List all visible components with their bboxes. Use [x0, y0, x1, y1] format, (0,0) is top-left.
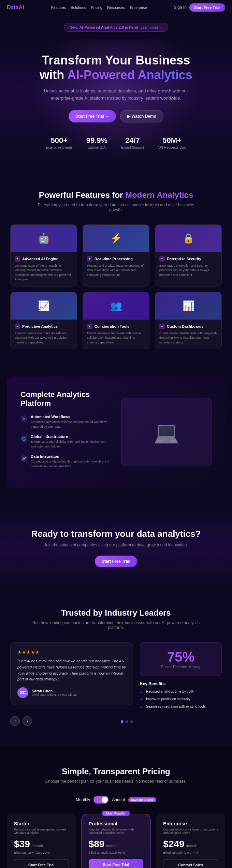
- feature-emoji-1: ⚡: [110, 233, 122, 244]
- feature-desc-3: Forecast trends and make data-driven dec…: [15, 331, 73, 345]
- platform-feature-icon-1: 🌐: [20, 435, 27, 442]
- feature-img-4: 👥: [83, 292, 149, 320]
- carousel-prev[interactable]: ‹: [10, 716, 20, 726]
- nav-link-enterprise[interactable]: Enterprise: [130, 5, 147, 10]
- testimonial-author: SC Sarah Chen Chief Data Officer, SayCo …: [17, 687, 126, 698]
- testimonial-stars: ★★★★★: [17, 649, 126, 655]
- pricing-grid: Starter Perfect for small teams getting …: [7, 814, 225, 868]
- feature-emoji-2: 🔒: [183, 233, 194, 244]
- feature-emoji-0: 🤖: [38, 233, 50, 244]
- platform-feature-title-2: Data Integration: [31, 454, 111, 458]
- plan-desc-professional: Ideal for growing businesses with advanc…: [89, 828, 144, 835]
- author-title: Chief Data Officer, SayCo Global: [32, 693, 76, 696]
- nav-logo[interactable]: DataAI: [7, 4, 24, 11]
- platform-feature-desc-0: Streamline operations with custom automa…: [31, 420, 111, 429]
- platform-feature-icon-0: ✦: [20, 415, 27, 422]
- feature-img-3: 📈: [11, 292, 77, 320]
- carousel-buttons: ‹ ›: [10, 716, 32, 726]
- nav-link-pricing[interactable]: Pricing: [91, 5, 102, 10]
- feature-card-5: 📊 ✦ Custom Dashboards Create tailored da…: [155, 292, 222, 350]
- feature-card-2: 🔒 ✦ Enterprise Security Bank-grade encry…: [155, 224, 222, 286]
- billing-toggle-row: Monthly Annual Save up to 30%: [7, 796, 225, 804]
- feature-label-5: ✦ Custom Dashboards: [159, 324, 217, 329]
- dot-3: [130, 720, 133, 723]
- hero-secondary-button[interactable]: ▶ Watch Demo: [120, 110, 163, 122]
- stat-api: 50M+ API Requests Only: [158, 136, 186, 149]
- banner-link[interactable]: Learn more →: [141, 26, 162, 29]
- banner-text: New: AI-Powered Analytics 2.0 is here!: [70, 25, 139, 29]
- metric-label: Faster Decision Making: [147, 665, 215, 669]
- announcement-banner: New: AI-Powered Analytics 2.0 is here! L…: [64, 23, 169, 32]
- features-subtitle: Everything you need to transform your da…: [31, 203, 201, 212]
- feature-body-0: ✦ Advanced AI Engine Leverage state-of-t…: [11, 252, 77, 286]
- signin-button[interactable]: Sign In: [174, 5, 187, 10]
- feature-body-4: ✦ Collaboration Tools Enable seamless te…: [83, 320, 149, 349]
- feature-emoji-5: 📊: [183, 300, 194, 311]
- feature-label-3: ✦ Predictive Analytics: [15, 324, 73, 329]
- popular-badge: Most Popular: [102, 811, 130, 816]
- price-period-starter: /month: [31, 844, 43, 848]
- start-free-trial-button[interactable]: Start Free Trial: [189, 3, 225, 12]
- platform-feature-desc-2: Connect and analyze data through our ext…: [31, 459, 111, 469]
- pricing-card-starter: Starter Perfect for small teams getting …: [7, 814, 76, 868]
- feature-card-4: 👥 ✦ Collaboration Tools Enable seamless …: [83, 292, 149, 350]
- price-amount-enterprise: $249: [163, 839, 184, 849]
- cta-title: Ready to transform your data analytics?: [14, 529, 218, 539]
- billing-toggle[interactable]: [93, 796, 108, 804]
- plan-button-enterprise[interactable]: Contact Sales: [163, 859, 218, 868]
- nav-link-resources[interactable]: Resources: [107, 5, 125, 10]
- feature-name-4: Collaboration Tools: [95, 324, 129, 328]
- nav-link-features[interactable]: Features: [51, 5, 66, 10]
- feature-img-1: ⚡: [83, 225, 149, 252]
- hero-primary-button[interactable]: Start Free Trial →: [69, 110, 116, 122]
- features-section: Powerful Features for Modern Analytics E…: [0, 170, 232, 370]
- plan-desc-starter: Perfect for small teams getting started …: [14, 828, 69, 835]
- author-avatar: SC: [17, 687, 28, 698]
- cta-button[interactable]: Start Free Trial: [95, 556, 137, 567]
- feature-name-2: Enterprise Security: [167, 257, 201, 261]
- benefit-0: ✓ Reduced analytics time by 75%: [140, 690, 222, 694]
- feature-label-4: ✦ Collaboration Tools: [87, 324, 145, 329]
- save-badge: Save up to 30%: [128, 797, 156, 802]
- stat-enterprise: 500+ Enterprise Clients: [46, 136, 73, 149]
- plan-button-starter[interactable]: Start Free Trial: [14, 859, 69, 868]
- feature-desc-0: Leverage state-of-the-art machine learni…: [15, 264, 73, 282]
- testimonial-card: ★★★★★ "DataAI has revolutionized how we …: [10, 642, 133, 705]
- plan-name-professional: Professional: [89, 821, 144, 826]
- hero-section: Transform Your Business with AI-Powered …: [0, 39, 232, 170]
- feature-body-1: ✦ Real-time Processing Process and analy…: [83, 252, 149, 282]
- platform-visual: 💻: [121, 398, 212, 466]
- dot-2: [126, 720, 128, 723]
- annual-label: Annual: [112, 797, 125, 802]
- check-icon: ✓: [140, 697, 143, 702]
- billed-note-starter: Billed annually (save 20%): [14, 851, 69, 854]
- plan-price-enterprise: $249 /month: [163, 839, 218, 850]
- price-amount-professional: $89: [89, 839, 105, 849]
- features-grid: 🤖 ✦ Advanced AI Engine Leverage state-of…: [10, 224, 222, 350]
- nav-links: Features Solutions Pricing Resources Ent…: [51, 5, 147, 10]
- platform-title: Complete Analytics Platform: [20, 390, 111, 408]
- plan-button-professional[interactable]: Start Free Trial: [89, 859, 144, 868]
- nav-link-solutions[interactable]: Solutions: [71, 5, 86, 10]
- feature-body-3: ✦ Predictive Analytics Forecast trends a…: [11, 320, 77, 349]
- feature-body-5: ✦ Custom Dashboards Create tailored dash…: [155, 320, 221, 349]
- feature-icon-0: ✦: [15, 256, 20, 262]
- feature-body-2: ✦ Enterprise Security Bank-grade encrypt…: [155, 252, 221, 282]
- cta-subtitle: Join thousands of companies using our pl…: [14, 543, 218, 547]
- billed-note-professional: Billed annually (save 30%): [89, 851, 144, 854]
- platform-feature-0: ✦ Automated Workflows Streamline operati…: [20, 415, 111, 429]
- carousel-next[interactable]: ›: [23, 716, 32, 726]
- pricing-title: Simple, Transparent Pricing: [7, 767, 225, 776]
- platform-feature-desc-1: Enterprise-grade reliability with multi-…: [31, 440, 111, 449]
- testimonial-text: "DataAI has revolutionized how we handle…: [17, 658, 126, 682]
- feature-img-5: 📊: [155, 292, 221, 320]
- platform-feature-icon-2: 🔗: [20, 455, 27, 462]
- feature-label-2: ✦ Enterprise Security: [159, 256, 217, 262]
- navigation: DataAI Features Solutions Pricing Resour…: [0, 0, 232, 15]
- features-title: Powerful Features for Modern Analytics: [10, 190, 222, 200]
- feature-desc-1: Process and analyze massive amounts of d…: [87, 264, 145, 278]
- feature-desc-4: Enable seamless teamwork with built-in c…: [87, 331, 145, 345]
- nav-actions: Sign In Start Free Trial: [174, 3, 225, 12]
- pricing-subtitle: Choose the perfect plan for your busines…: [31, 779, 201, 784]
- stat-support: 24/7 Expert Support: [121, 136, 144, 149]
